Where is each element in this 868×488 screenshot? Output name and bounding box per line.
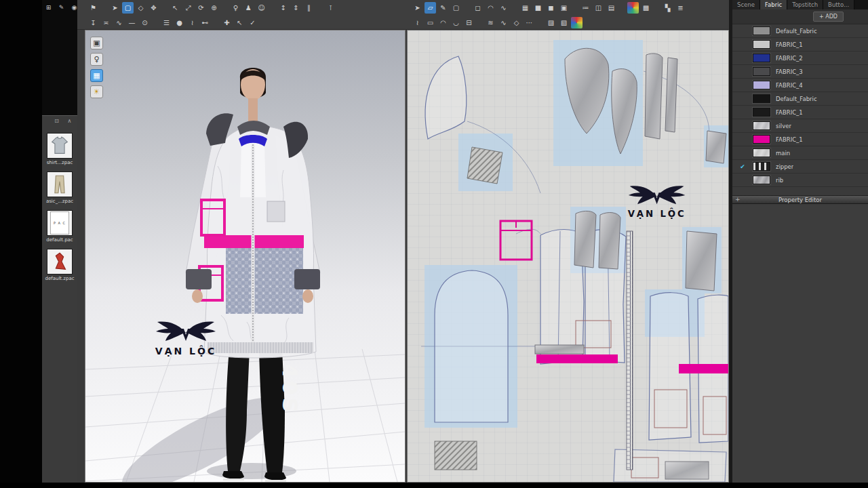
library-item[interactable]: P A Cdefault.pac <box>42 210 77 243</box>
library-panel-toggle-icon[interactable]: ⊡ <box>52 117 62 125</box>
avatar-edit-tool-icon[interactable]: ☺ <box>256 2 267 14</box>
tab-butto[interactable]: Butto... <box>823 0 854 9</box>
seam-list-tool-icon[interactable]: ≔ <box>580 2 591 14</box>
fabric-row[interactable]: Default_Fabric <box>732 24 868 38</box>
property-editor-expand-icon[interactable]: + <box>735 195 741 204</box>
guides-tool-icon[interactable]: ∥ <box>303 2 315 14</box>
fabric-row[interactable]: FABRIC_1 <box>732 106 868 119</box>
fabric-row[interactable]: FABRIC_1 <box>732 38 868 52</box>
fabric-row[interactable]: rib <box>732 174 868 187</box>
coat[interactable] <box>186 113 320 358</box>
grade-tool-icon[interactable]: ▦ <box>519 2 531 14</box>
tack-tool-icon[interactable]: ≍ <box>100 17 112 28</box>
bind-tool-icon[interactable]: ⊷ <box>199 17 211 28</box>
3d-scene-canvas[interactable]: 40S <box>85 30 405 482</box>
edit-pattern-tool-icon[interactable]: ✎ <box>437 2 449 14</box>
pin-tool-icon[interactable]: ↧ <box>87 17 99 28</box>
zipper-strip[interactable] <box>627 231 633 470</box>
texture-tool-icon[interactable]: ▤ <box>606 2 617 14</box>
rectangle-tool-icon[interactable]: ◻ <box>472 2 484 14</box>
layer-tool-icon[interactable]: ☰ <box>161 17 172 28</box>
add-fabric-button[interactable]: + ADD <box>813 12 844 22</box>
leggings[interactable]: 40S <box>226 349 302 472</box>
arrow-tool-icon[interactable]: ↖ <box>234 17 245 28</box>
fabric-visible-check[interactable]: ✔ <box>732 163 753 170</box>
menu-grid-icon[interactable]: ⊞ <box>43 3 54 12</box>
remove-seam-tool-icon[interactable]: ⊟ <box>463 17 475 28</box>
fit-tool-icon[interactable]: ⇕ <box>290 2 302 14</box>
fabric-row[interactable]: main <box>732 146 868 160</box>
free-sew-tool-icon[interactable]: ≀ <box>412 17 423 28</box>
hatched-piece-bottom[interactable] <box>435 441 477 470</box>
dark-tool-b-icon[interactable]: ◼ <box>545 2 557 14</box>
lasso-select-tool-icon[interactable]: ◇ <box>135 2 146 14</box>
show-garment-icon[interactable]: ▦ <box>90 69 103 82</box>
steam-tool-icon[interactable]: ≀ <box>186 17 198 28</box>
select-2d-tool-icon[interactable]: ➤ <box>412 2 423 14</box>
list-tool-icon[interactable]: ≣ <box>675 2 686 14</box>
2d-pattern-viewport[interactable]: VẠN LỘC <box>407 30 729 483</box>
tab-scene[interactable]: Scene <box>732 0 760 9</box>
scale-tool-icon[interactable]: ⤢ <box>182 2 194 14</box>
curve-sew-tool-icon[interactable]: ◠ <box>437 17 449 28</box>
fabric-row[interactable]: silver <box>732 119 868 133</box>
move-tool-icon[interactable]: ✥ <box>148 2 159 14</box>
grid-tool-icon[interactable]: ▚ <box>662 2 673 14</box>
freehand-tool-icon[interactable]: ∿ <box>498 2 509 14</box>
2d-pattern-canvas[interactable]: VẠN LỘC <box>408 30 728 482</box>
show-light-icon[interactable]: ☀ <box>90 85 103 98</box>
rotate-view-tool-icon[interactable]: ⟳ <box>195 2 207 14</box>
dart-tool-icon[interactable]: ◇ <box>511 17 522 28</box>
basting-tool-icon[interactable]: ⋯ <box>524 17 535 28</box>
fabric-row[interactable]: FABRIC_2 <box>732 52 868 65</box>
line-sew-tool-icon[interactable]: — <box>126 17 138 28</box>
3d-viewport[interactable]: ▣♀▦☀ <box>85 30 406 483</box>
fabric-row[interactable]: ✔zipper <box>732 160 868 174</box>
library-item[interactable]: shirt...zpac <box>42 133 77 165</box>
pan-tool-icon[interactable]: ⊕ <box>208 2 220 14</box>
fabric-row[interactable]: FABRIC_1 <box>732 133 868 146</box>
render-style-icon[interactable]: ▣ <box>90 37 103 49</box>
segment-sew-tool-icon[interactable]: ▭ <box>425 17 436 28</box>
avatar-display-tool-icon[interactable]: ♀ <box>230 2 241 14</box>
dark-tool-c-icon[interactable]: ▣ <box>558 2 570 14</box>
library-item[interactable]: asic_...zpac <box>42 171 77 204</box>
transform-pattern-tool-icon[interactable]: ▱ <box>425 2 436 14</box>
fabric-row[interactable]: Default_Fabric <box>732 92 868 106</box>
tab-topstitch[interactable]: Topstitch <box>787 0 823 9</box>
shirring-tool-icon[interactable]: ∿ <box>498 17 509 28</box>
tab-fabric[interactable]: Fabric <box>760 0 787 9</box>
pattern-fill-tool-icon[interactable]: ▧ <box>558 17 570 28</box>
swatch-grid-tool-icon[interactable]: ⊞ <box>571 17 583 28</box>
edit-point-tool-icon[interactable]: ▢ <box>450 2 462 14</box>
dark-tool-a-icon[interactable]: ■ <box>532 2 544 14</box>
edit-icon[interactable]: ✎ <box>56 3 66 12</box>
colorway-tool-icon[interactable]: ⊞ <box>627 2 639 14</box>
add-tool-icon[interactable]: ✚ <box>221 17 233 28</box>
elastic-tool-icon[interactable]: ∿ <box>113 17 125 28</box>
fabric-row[interactable]: FABRIC_3 <box>732 65 868 79</box>
pick-tool-icon[interactable]: ↖ <box>170 2 181 14</box>
measure-tool-icon[interactable]: ↕ <box>277 2 289 14</box>
select-tool-icon[interactable]: ➤ <box>109 2 121 14</box>
seam-allowance-tool-icon[interactable]: ≋ <box>485 17 496 28</box>
solid-tool-icon[interactable]: ● <box>174 17 185 28</box>
library-collapse-icon[interactable]: ∧ <box>64 117 75 125</box>
property-editor-header[interactable]: + Property Editor <box>732 195 868 204</box>
fabric-fill-tool-icon[interactable]: ▨ <box>545 17 557 28</box>
library-column: ⊞✎◉ ⊡∧ shirt...zpacasic_...zpacP A Cdefa… <box>42 0 77 483</box>
confirm-tool-icon[interactable]: ✓ <box>247 17 258 28</box>
curve-tool-icon[interactable]: ◠ <box>485 2 496 14</box>
hatched-piece[interactable] <box>467 147 502 184</box>
avatar-pose-tool-icon[interactable]: ♟ <box>243 2 254 14</box>
notch-tool-icon[interactable]: ◡ <box>450 17 462 28</box>
point-sew-tool-icon[interactable]: ⊙ <box>139 17 151 28</box>
fabric-row[interactable]: FABRIC_4 <box>732 79 868 92</box>
start-tool-icon[interactable]: ⚑ <box>87 2 99 14</box>
tape-tool-icon[interactable]: ⊺ <box>325 2 336 14</box>
library-item[interactable]: default.zpac <box>42 249 77 281</box>
box-select-tool-icon[interactable]: ▢ <box>122 2 134 14</box>
show-avatar-icon[interactable]: ♀ <box>90 53 103 66</box>
print-layout-tool-icon[interactable]: ▩ <box>640 2 652 14</box>
layout-tool-icon[interactable]: ◫ <box>593 2 604 14</box>
